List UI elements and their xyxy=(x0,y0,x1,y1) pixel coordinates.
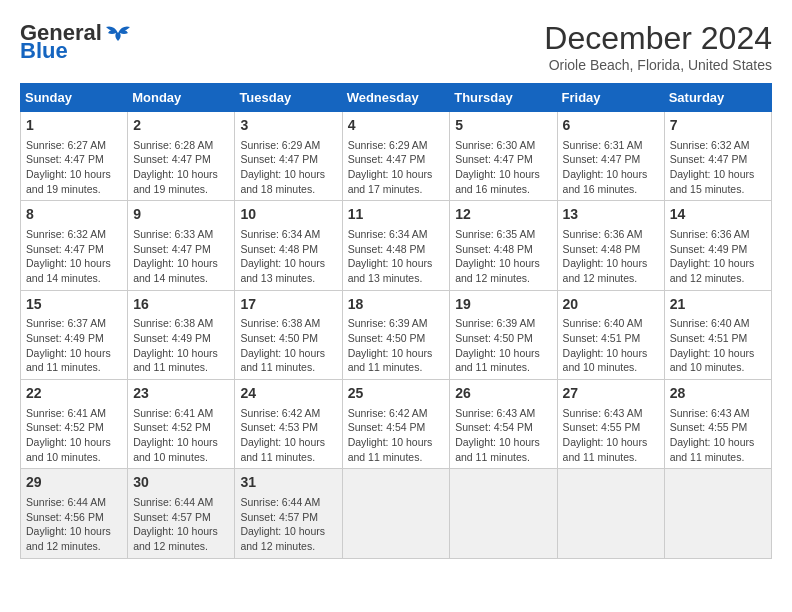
day-info: Sunrise: 6:36 AMSunset: 4:48 PMDaylight:… xyxy=(563,227,659,286)
column-header-thursday: Thursday xyxy=(450,84,557,112)
day-number: 13 xyxy=(563,205,659,225)
title-block: December 2024 Oriole Beach, Florida, Uni… xyxy=(544,20,772,73)
day-number: 30 xyxy=(133,473,229,493)
day-number: 15 xyxy=(26,295,122,315)
day-info: Sunrise: 6:27 AMSunset: 4:47 PMDaylight:… xyxy=(26,138,122,197)
day-number: 25 xyxy=(348,384,445,404)
calendar-cell: 11Sunrise: 6:34 AMSunset: 4:48 PMDayligh… xyxy=(342,201,450,290)
calendar-cell: 2Sunrise: 6:28 AMSunset: 4:47 PMDaylight… xyxy=(128,112,235,201)
day-number: 14 xyxy=(670,205,766,225)
day-number: 21 xyxy=(670,295,766,315)
day-number: 6 xyxy=(563,116,659,136)
day-number: 4 xyxy=(348,116,445,136)
day-info: Sunrise: 6:29 AMSunset: 4:47 PMDaylight:… xyxy=(348,138,445,197)
day-info: Sunrise: 6:36 AMSunset: 4:49 PMDaylight:… xyxy=(670,227,766,286)
calendar-cell: 24Sunrise: 6:42 AMSunset: 4:53 PMDayligh… xyxy=(235,380,342,469)
calendar-cell: 20Sunrise: 6:40 AMSunset: 4:51 PMDayligh… xyxy=(557,290,664,379)
day-number: 2 xyxy=(133,116,229,136)
day-number: 10 xyxy=(240,205,336,225)
day-info: Sunrise: 6:34 AMSunset: 4:48 PMDaylight:… xyxy=(348,227,445,286)
page-header: General Blue December 2024 Oriole Beach,… xyxy=(20,20,772,73)
day-number: 9 xyxy=(133,205,229,225)
logo-blue: Blue xyxy=(20,38,68,64)
day-number: 7 xyxy=(670,116,766,136)
calendar-week-4: 22Sunrise: 6:41 AMSunset: 4:52 PMDayligh… xyxy=(21,380,772,469)
day-info: Sunrise: 6:41 AMSunset: 4:52 PMDaylight:… xyxy=(26,406,122,465)
calendar-cell xyxy=(450,469,557,558)
day-info: Sunrise: 6:42 AMSunset: 4:54 PMDaylight:… xyxy=(348,406,445,465)
day-info: Sunrise: 6:38 AMSunset: 4:50 PMDaylight:… xyxy=(240,316,336,375)
day-number: 27 xyxy=(563,384,659,404)
day-number: 16 xyxy=(133,295,229,315)
day-number: 11 xyxy=(348,205,445,225)
calendar-cell: 25Sunrise: 6:42 AMSunset: 4:54 PMDayligh… xyxy=(342,380,450,469)
calendar-week-3: 15Sunrise: 6:37 AMSunset: 4:49 PMDayligh… xyxy=(21,290,772,379)
location-text: Oriole Beach, Florida, United States xyxy=(544,57,772,73)
calendar-cell: 26Sunrise: 6:43 AMSunset: 4:54 PMDayligh… xyxy=(450,380,557,469)
day-number: 29 xyxy=(26,473,122,493)
calendar-cell: 3Sunrise: 6:29 AMSunset: 4:47 PMDaylight… xyxy=(235,112,342,201)
day-number: 8 xyxy=(26,205,122,225)
calendar-cell: 7Sunrise: 6:32 AMSunset: 4:47 PMDaylight… xyxy=(664,112,771,201)
calendar-cell: 4Sunrise: 6:29 AMSunset: 4:47 PMDaylight… xyxy=(342,112,450,201)
calendar-cell: 5Sunrise: 6:30 AMSunset: 4:47 PMDaylight… xyxy=(450,112,557,201)
column-header-sunday: Sunday xyxy=(21,84,128,112)
logo-bird-icon xyxy=(104,23,132,43)
day-info: Sunrise: 6:32 AMSunset: 4:47 PMDaylight:… xyxy=(670,138,766,197)
day-number: 5 xyxy=(455,116,551,136)
day-info: Sunrise: 6:44 AMSunset: 4:57 PMDaylight:… xyxy=(240,495,336,554)
calendar-cell: 22Sunrise: 6:41 AMSunset: 4:52 PMDayligh… xyxy=(21,380,128,469)
day-info: Sunrise: 6:29 AMSunset: 4:47 PMDaylight:… xyxy=(240,138,336,197)
day-number: 12 xyxy=(455,205,551,225)
day-info: Sunrise: 6:32 AMSunset: 4:47 PMDaylight:… xyxy=(26,227,122,286)
day-info: Sunrise: 6:37 AMSunset: 4:49 PMDaylight:… xyxy=(26,316,122,375)
day-number: 31 xyxy=(240,473,336,493)
calendar-cell: 27Sunrise: 6:43 AMSunset: 4:55 PMDayligh… xyxy=(557,380,664,469)
month-title: December 2024 xyxy=(544,20,772,57)
calendar-week-1: 1Sunrise: 6:27 AMSunset: 4:47 PMDaylight… xyxy=(21,112,772,201)
calendar-cell: 31Sunrise: 6:44 AMSunset: 4:57 PMDayligh… xyxy=(235,469,342,558)
calendar-cell: 19Sunrise: 6:39 AMSunset: 4:50 PMDayligh… xyxy=(450,290,557,379)
day-info: Sunrise: 6:44 AMSunset: 4:57 PMDaylight:… xyxy=(133,495,229,554)
day-info: Sunrise: 6:30 AMSunset: 4:47 PMDaylight:… xyxy=(455,138,551,197)
day-info: Sunrise: 6:28 AMSunset: 4:47 PMDaylight:… xyxy=(133,138,229,197)
calendar-cell xyxy=(664,469,771,558)
day-number: 3 xyxy=(240,116,336,136)
calendar-cell: 8Sunrise: 6:32 AMSunset: 4:47 PMDaylight… xyxy=(21,201,128,290)
column-header-tuesday: Tuesday xyxy=(235,84,342,112)
logo: General Blue xyxy=(20,20,132,64)
day-info: Sunrise: 6:34 AMSunset: 4:48 PMDaylight:… xyxy=(240,227,336,286)
calendar-week-2: 8Sunrise: 6:32 AMSunset: 4:47 PMDaylight… xyxy=(21,201,772,290)
day-info: Sunrise: 6:35 AMSunset: 4:48 PMDaylight:… xyxy=(455,227,551,286)
calendar-cell xyxy=(342,469,450,558)
calendar-cell: 12Sunrise: 6:35 AMSunset: 4:48 PMDayligh… xyxy=(450,201,557,290)
calendar-cell: 15Sunrise: 6:37 AMSunset: 4:49 PMDayligh… xyxy=(21,290,128,379)
day-number: 28 xyxy=(670,384,766,404)
day-info: Sunrise: 6:43 AMSunset: 4:55 PMDaylight:… xyxy=(563,406,659,465)
day-info: Sunrise: 6:31 AMSunset: 4:47 PMDaylight:… xyxy=(563,138,659,197)
calendar-table: SundayMondayTuesdayWednesdayThursdayFrid… xyxy=(20,83,772,559)
day-number: 22 xyxy=(26,384,122,404)
day-number: 23 xyxy=(133,384,229,404)
calendar-cell: 30Sunrise: 6:44 AMSunset: 4:57 PMDayligh… xyxy=(128,469,235,558)
day-info: Sunrise: 6:40 AMSunset: 4:51 PMDaylight:… xyxy=(670,316,766,375)
day-info: Sunrise: 6:44 AMSunset: 4:56 PMDaylight:… xyxy=(26,495,122,554)
calendar-cell: 17Sunrise: 6:38 AMSunset: 4:50 PMDayligh… xyxy=(235,290,342,379)
calendar-week-5: 29Sunrise: 6:44 AMSunset: 4:56 PMDayligh… xyxy=(21,469,772,558)
calendar-cell: 1Sunrise: 6:27 AMSunset: 4:47 PMDaylight… xyxy=(21,112,128,201)
column-header-saturday: Saturday xyxy=(664,84,771,112)
day-info: Sunrise: 6:41 AMSunset: 4:52 PMDaylight:… xyxy=(133,406,229,465)
column-header-wednesday: Wednesday xyxy=(342,84,450,112)
calendar-cell: 9Sunrise: 6:33 AMSunset: 4:47 PMDaylight… xyxy=(128,201,235,290)
day-info: Sunrise: 6:40 AMSunset: 4:51 PMDaylight:… xyxy=(563,316,659,375)
calendar-cell: 23Sunrise: 6:41 AMSunset: 4:52 PMDayligh… xyxy=(128,380,235,469)
day-number: 26 xyxy=(455,384,551,404)
calendar-header-row: SundayMondayTuesdayWednesdayThursdayFrid… xyxy=(21,84,772,112)
calendar-cell: 14Sunrise: 6:36 AMSunset: 4:49 PMDayligh… xyxy=(664,201,771,290)
day-number: 18 xyxy=(348,295,445,315)
calendar-cell: 28Sunrise: 6:43 AMSunset: 4:55 PMDayligh… xyxy=(664,380,771,469)
day-info: Sunrise: 6:39 AMSunset: 4:50 PMDaylight:… xyxy=(455,316,551,375)
day-info: Sunrise: 6:43 AMSunset: 4:54 PMDaylight:… xyxy=(455,406,551,465)
calendar-cell: 29Sunrise: 6:44 AMSunset: 4:56 PMDayligh… xyxy=(21,469,128,558)
calendar-cell: 18Sunrise: 6:39 AMSunset: 4:50 PMDayligh… xyxy=(342,290,450,379)
